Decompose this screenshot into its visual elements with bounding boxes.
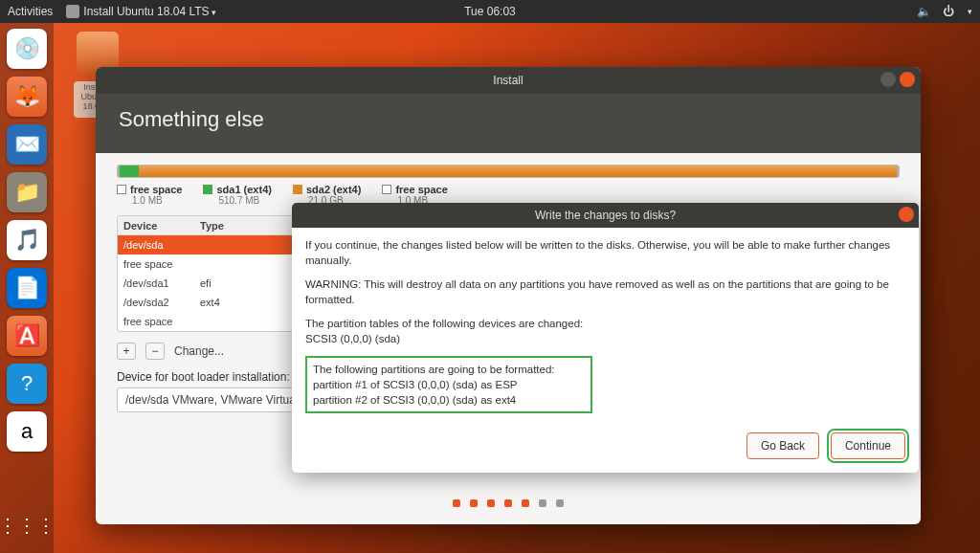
dialog-text: If you continue, the changes listed belo… xyxy=(305,237,905,268)
partition-bar[interactable] xyxy=(117,165,900,178)
close-icon[interactable] xyxy=(899,207,914,222)
show-apps-icon[interactable]: ⋮⋮⋮ xyxy=(7,505,47,545)
firefox-icon[interactable]: 🦊 xyxy=(7,77,47,117)
volume-icon[interactable]: 🔈 xyxy=(917,5,931,18)
dialog-titlebar[interactable]: Write the changes to disks? xyxy=(292,203,919,228)
window-titlebar[interactable]: Install xyxy=(96,67,921,94)
ubuntu-installer-icon xyxy=(66,5,79,18)
rhythmbox-icon[interactable]: 🎵 xyxy=(7,220,47,260)
writer-icon[interactable]: 📄 xyxy=(7,268,47,308)
page-heading: Something else xyxy=(96,94,921,153)
chevron-down-icon[interactable]: ▾ xyxy=(968,7,972,16)
clock[interactable]: Tue 06:03 xyxy=(464,5,516,18)
dialog-warning: WARNING: This will destroy all data on a… xyxy=(305,276,905,307)
active-app[interactable]: Install Ubuntu 18.04 LTS▾ xyxy=(66,5,215,19)
thunderbird-icon[interactable]: ✉️ xyxy=(7,124,47,165)
window-title: Install xyxy=(493,74,523,87)
files-icon[interactable]: 📁 xyxy=(7,172,47,212)
launcher: 💿 🦊 ✉️ 📁 🎵 📄 🅰️ ? a ⋮⋮⋮ xyxy=(0,23,54,553)
confirm-dialog: Write the changes to disks? If you conti… xyxy=(292,203,919,473)
help-icon[interactable]: ? xyxy=(7,364,47,404)
minimize-icon[interactable] xyxy=(880,72,896,87)
installer-launcher-icon[interactable]: 💿 xyxy=(7,29,47,69)
chevron-down-icon: ▾ xyxy=(212,8,216,17)
continue-button[interactable]: Continue xyxy=(831,432,905,459)
go-back-button[interactable]: Go Back xyxy=(746,432,819,459)
dialog-title: Write the changes to disks? xyxy=(535,209,676,222)
add-partition-button[interactable]: + xyxy=(117,343,136,360)
top-panel: Activities Install Ubuntu 18.04 LTS▾ Tue… xyxy=(0,0,980,23)
formatted-partitions-box: The following partitions are going to be… xyxy=(305,356,592,413)
software-center-icon[interactable]: 🅰️ xyxy=(7,316,47,356)
power-icon[interactable]: ⏻ xyxy=(943,5,954,18)
remove-partition-button[interactable]: − xyxy=(145,343,165,360)
close-icon[interactable] xyxy=(900,72,915,87)
change-button[interactable]: Change... xyxy=(174,344,224,358)
amazon-icon[interactable]: a xyxy=(7,411,47,452)
dialog-text: The partition tables of the following de… xyxy=(305,316,905,346)
progress-dots xyxy=(96,499,921,507)
activities-button[interactable]: Activities xyxy=(8,5,53,18)
